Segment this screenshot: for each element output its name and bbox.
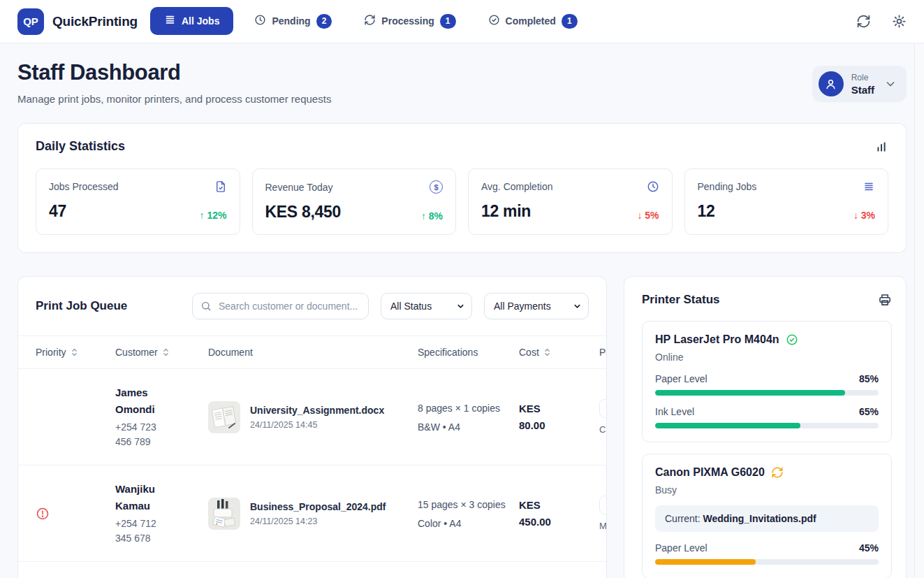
job-table: Priority Customer Document Specification… bbox=[18, 335, 606, 578]
cost-currency: KES bbox=[519, 400, 592, 417]
priority-cell bbox=[18, 369, 115, 465]
stats-title: Daily Statistics bbox=[36, 139, 125, 154]
stat-pending-jobs: Pending Jobs 12 ↓ 3% bbox=[684, 168, 889, 235]
cost-cell: KES 80.00 bbox=[519, 369, 599, 465]
tab-label: All Jobs bbox=[182, 15, 219, 27]
col-customer[interactable]: Customer bbox=[115, 336, 208, 369]
completed-count-badge: 1 bbox=[562, 14, 578, 28]
payment-filter-select[interactable]: All Payments bbox=[484, 293, 589, 319]
customer-cell: Grace bbox=[115, 562, 208, 578]
table-row[interactable]: Grace bbox=[18, 562, 606, 578]
stat-label: Jobs Processed bbox=[49, 181, 119, 192]
document-name: Business_Proposal_2024.pdf bbox=[250, 501, 386, 512]
customer-phone: +254 712 345 678 bbox=[115, 516, 174, 546]
document-cell: University_Assignment.docx 24/11/2025 14… bbox=[208, 369, 418, 465]
nav-actions bbox=[856, 14, 907, 29]
customer-cell: James Omondi +254 723 456 789 bbox=[115, 369, 208, 465]
stat-avg-completion: Avg. Completion 12 min ↓ 5% bbox=[468, 168, 673, 235]
col-specifications: Specifications bbox=[418, 336, 519, 369]
paper-level-bar bbox=[655, 559, 879, 565]
stat-value: 12 min bbox=[481, 202, 531, 221]
payment-filter-wrap: All Payments bbox=[484, 293, 589, 319]
tab-label: Processing bbox=[381, 15, 434, 27]
document-thumbnail bbox=[208, 498, 240, 530]
stat-label: Revenue Today bbox=[265, 182, 333, 193]
queue-icon bbox=[863, 180, 875, 193]
document-name: University_Assignment.docx bbox=[250, 405, 384, 416]
scrollbar[interactable] bbox=[914, 43, 924, 578]
page-header: Staff Dashboard Manage print jobs, monit… bbox=[17, 60, 907, 105]
stat-trend: ↑ 8% bbox=[421, 210, 443, 222]
col-payment: Payment bbox=[599, 336, 606, 369]
list-icon bbox=[164, 14, 176, 28]
table-row[interactable]: James Omondi +254 723 456 789 bbox=[18, 369, 606, 465]
current-job-box: Current: Wedding_Invitations.pdf bbox=[655, 505, 879, 532]
document-cell bbox=[208, 562, 418, 578]
spec-pages: 8 pages × 1 copies bbox=[418, 401, 512, 415]
priority-cell bbox=[18, 465, 115, 562]
printer-item-canon: Canon PIXMA G6020 Busy Current: Wedding_… bbox=[642, 454, 892, 578]
tab-pending[interactable]: Pending 2 bbox=[243, 7, 343, 35]
clock-icon bbox=[254, 14, 266, 28]
status-filter-select[interactable]: All Status bbox=[381, 293, 472, 319]
check-circle-icon bbox=[786, 333, 798, 346]
role-label: Role bbox=[851, 73, 874, 82]
payment-cell: Pending Cash bbox=[599, 369, 606, 465]
top-navbar: QP QuickPrinting All Jobs Pending 2 Proc… bbox=[0, 0, 924, 43]
printer-name: HP LaserJet Pro M404n bbox=[655, 333, 779, 346]
printer-status-text: Online bbox=[655, 352, 879, 363]
job-table-wrap: Priority Customer Document Specification… bbox=[18, 335, 606, 578]
customer-name: Wanjiku Kamau bbox=[115, 481, 174, 514]
payment-method: Cash bbox=[599, 424, 606, 435]
tab-label: Pending bbox=[272, 15, 310, 27]
pending-count-badge: 2 bbox=[316, 14, 332, 28]
tab-all-jobs[interactable]: All Jobs bbox=[150, 7, 233, 35]
user-avatar bbox=[819, 71, 844, 96]
col-cost[interactable]: Cost bbox=[519, 336, 599, 369]
payment-status-badge: Pending bbox=[599, 399, 606, 418]
col-document: Document bbox=[208, 336, 418, 369]
bar-chart-icon bbox=[874, 140, 888, 154]
table-row[interactable]: Wanjiku Kamau +254 712 345 678 bbox=[18, 465, 606, 562]
page-subtitle: Manage print jobs, monitor printers, and… bbox=[17, 93, 331, 105]
nav-tabs: All Jobs Pending 2 Processing 1 Complete… bbox=[150, 7, 589, 35]
settings-button[interactable] bbox=[892, 14, 907, 29]
printer-status-text: Busy bbox=[655, 484, 879, 496]
role-value: Staff bbox=[851, 84, 874, 96]
cost-amount: 80.00 bbox=[519, 417, 592, 434]
cost-cell: KES 450.00 bbox=[519, 465, 599, 562]
printer-status-section: Printer Status HP LaserJet Pro M404n Onl… bbox=[624, 276, 907, 578]
refresh-button[interactable] bbox=[856, 14, 871, 29]
brand: QP QuickPrinting bbox=[17, 8, 138, 35]
search-input[interactable] bbox=[192, 293, 369, 319]
priority-cell bbox=[18, 562, 115, 578]
customer-cell: Wanjiku Kamau +254 712 345 678 bbox=[115, 465, 208, 562]
payment-method: Mpesa bbox=[599, 521, 606, 531]
document-date: 24/11/2025 14:45 bbox=[250, 420, 384, 430]
brand-logo: QP bbox=[17, 8, 44, 35]
brand-name: QuickPrinting bbox=[52, 14, 138, 29]
file-check-icon bbox=[214, 180, 227, 193]
paper-level-bar bbox=[655, 390, 879, 396]
refresh-icon bbox=[771, 466, 784, 479]
specifications-cell: 8 pages × 1 copies B&W • A4 bbox=[418, 369, 519, 465]
paper-level: Paper Level 45% bbox=[655, 542, 879, 565]
specifications-cell: 15 pages × 3 copies Color • A4 bbox=[418, 465, 519, 562]
stat-jobs-processed: Jobs Processed 47 ↑ 12% bbox=[36, 168, 240, 235]
stat-trend: ↓ 5% bbox=[637, 210, 659, 221]
col-priority[interactable]: Priority bbox=[18, 336, 115, 369]
status-filter-wrap: All Status bbox=[381, 293, 472, 319]
cost-cell bbox=[519, 562, 599, 578]
tab-processing[interactable]: Processing 1 bbox=[353, 7, 467, 35]
main-content: Staff Dashboard Manage print jobs, monit… bbox=[0, 60, 924, 578]
stats-grid: Jobs Processed 47 ↑ 12% Revenue Today $ … bbox=[36, 168, 888, 235]
role-selector[interactable]: Role Staff bbox=[812, 66, 907, 102]
document-cell: Business_Proposal_2024.pdf 24/11/2025 14… bbox=[208, 465, 418, 562]
stat-label: Avg. Completion bbox=[481, 181, 552, 192]
spec-format: Color • A4 bbox=[418, 518, 512, 529]
specifications-cell bbox=[418, 562, 519, 578]
stat-value: KES 8,450 bbox=[265, 203, 342, 222]
stat-trend: ↑ 12% bbox=[200, 210, 227, 221]
tab-completed[interactable]: Completed 1 bbox=[477, 7, 589, 35]
printer-item-hp: HP LaserJet Pro M404n Online Paper Level… bbox=[642, 321, 892, 442]
